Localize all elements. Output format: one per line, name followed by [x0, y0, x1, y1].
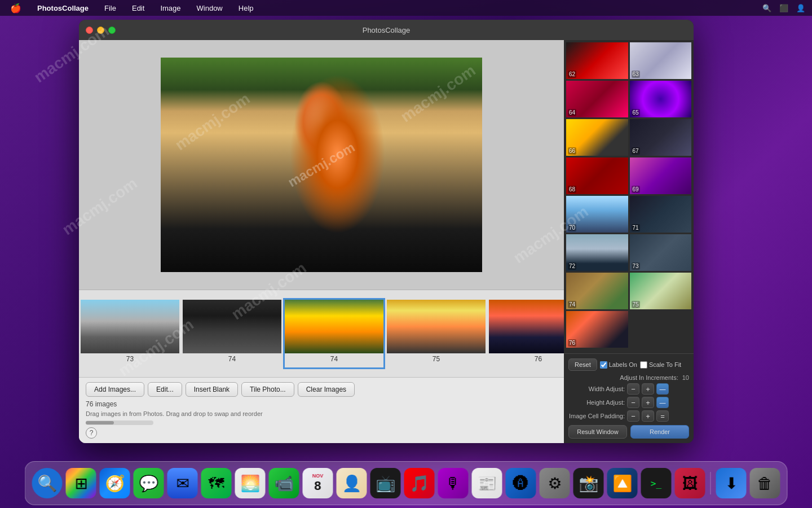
- dock-settings[interactable]: ⚙: [540, 468, 570, 498]
- right-sidebar: 62 63 64 65 66: [564, 40, 694, 443]
- image-count: 76 images: [86, 400, 557, 408]
- app-name[interactable]: PhotosCollage: [34, 3, 92, 14]
- menu-help[interactable]: Help: [235, 3, 257, 14]
- thumbnail-item[interactable]: 75: [387, 300, 486, 367]
- dock-photos2[interactable]: 🖼: [675, 468, 705, 498]
- width-reset-button[interactable]: —: [656, 383, 669, 395]
- dock-music[interactable]: 🎵: [404, 468, 435, 498]
- gallery-item-73[interactable]: 73: [630, 234, 692, 271]
- gallery-item-75[interactable]: 75: [630, 273, 692, 309]
- sidebar-gallery[interactable]: 62 63 64 65 66: [564, 40, 694, 353]
- dock-finder[interactable]: 🔍: [32, 468, 63, 498]
- canvas-area: [79, 40, 564, 290]
- scroll-bar[interactable]: [86, 421, 153, 425]
- scale-checkbox[interactable]: Scale To Fit: [640, 361, 681, 369]
- close-button[interactable]: [86, 27, 93, 34]
- dock-facetime[interactable]: 📹: [269, 468, 299, 498]
- gallery-item-63[interactable]: 63: [630, 42, 692, 79]
- dock-maps[interactable]: 🗺: [201, 468, 232, 498]
- dock-news[interactable]: 📰: [472, 468, 502, 498]
- result-window-button[interactable]: Result Window: [568, 425, 627, 439]
- width-decrease-button[interactable]: −: [627, 383, 639, 395]
- dock-appstore[interactable]: 🅐: [506, 468, 536, 498]
- dock-safari[interactable]: 🧭: [100, 468, 130, 498]
- thumb-label-76: 76: [489, 355, 564, 363]
- clear-images-button[interactable]: Clear Images: [298, 382, 355, 397]
- menu-edit[interactable]: Edit: [129, 3, 148, 14]
- thumbnail-strip[interactable]: 73 74 74 75 76: [79, 290, 564, 377]
- dock-contacts[interactable]: 👤: [337, 468, 367, 498]
- menu-bar: 🍎 PhotosCollage File Edit Image Window H…: [0, 0, 812, 16]
- edit-button[interactable]: Edit...: [148, 382, 182, 397]
- gallery-item-69[interactable]: 69: [630, 157, 692, 194]
- labels-on-checkbox[interactable]: Labels On: [600, 361, 637, 369]
- dock: 🔍 ⊞ 🧭 💬 ✉ 🗺 🌅 📹 NOV8 👤 📺 🎵 🎙 📰 🅐 ⚙ 📸 🔼 >…: [25, 461, 788, 505]
- minimize-button[interactable]: [97, 27, 104, 34]
- padding-reset-button[interactable]: =: [656, 410, 669, 422]
- gallery-item-62[interactable]: 62: [566, 42, 628, 79]
- thumbnail-item[interactable]: 73: [81, 300, 179, 367]
- dock-calendar[interactable]: NOV8: [303, 468, 333, 498]
- gallery-item-70[interactable]: 70: [566, 196, 628, 233]
- menu-image[interactable]: Image: [157, 3, 184, 14]
- gallery-label-75: 75: [632, 301, 640, 308]
- height-decrease-button[interactable]: −: [627, 397, 639, 408]
- gallery-label-73: 73: [632, 262, 640, 270]
- height-reset-button[interactable]: —: [656, 397, 669, 408]
- tile-photo-button[interactable]: Tile Photo...: [241, 382, 294, 397]
- maximize-button[interactable]: [108, 27, 116, 34]
- apple-menu[interactable]: 🍎: [7, 2, 25, 15]
- insert-blank-button[interactable]: Insert Blank: [186, 382, 238, 397]
- dock-screenshot[interactable]: 📸: [573, 468, 604, 498]
- app-window: PhotosCollage 73 74: [79, 20, 694, 443]
- search-icon[interactable]: 🔍: [762, 4, 771, 12]
- gallery-label-65: 65: [632, 109, 640, 116]
- dock-tv[interactable]: 📺: [370, 468, 401, 498]
- padding-decrease-button[interactable]: −: [627, 410, 639, 422]
- dock-trash[interactable]: 🗑: [750, 468, 780, 498]
- gallery-item-71[interactable]: 71: [630, 196, 692, 233]
- thumbnail-item[interactable]: 76: [489, 300, 564, 367]
- scroll-thumb[interactable]: [86, 421, 114, 424]
- gallery-item-64[interactable]: 64: [566, 81, 628, 117]
- render-button[interactable]: Render: [630, 425, 689, 439]
- gallery-label-70: 70: [568, 224, 576, 231]
- traffic-lights: [86, 27, 116, 34]
- gallery-item-65[interactable]: 65: [630, 81, 692, 117]
- user-icon[interactable]: 👤: [796, 4, 805, 12]
- scale-input[interactable]: [640, 361, 647, 369]
- dock-altstore[interactable]: 🔼: [607, 468, 638, 498]
- dock-terminal[interactable]: >_: [641, 468, 672, 498]
- padding-increase-button[interactable]: +: [642, 410, 654, 422]
- menu-bar-right: 🔍 ⬛ 👤: [762, 4, 805, 12]
- dock-photos[interactable]: 🌅: [235, 468, 266, 498]
- control-center-icon[interactable]: ⬛: [779, 4, 788, 12]
- add-images-button[interactable]: Add Images...: [86, 382, 144, 397]
- gallery-item-76[interactable]: 76: [566, 311, 628, 348]
- reset-button[interactable]: Reset: [568, 358, 597, 371]
- height-increase-button[interactable]: +: [642, 397, 654, 408]
- thumbnail-item-active[interactable]: 74: [285, 300, 383, 367]
- dock-messages[interactable]: 💬: [134, 468, 164, 498]
- labels-on-input[interactable]: [600, 361, 607, 369]
- gallery-item-67[interactable]: 67: [630, 119, 692, 156]
- menu-file[interactable]: File: [101, 3, 120, 14]
- padding-adjust-label: Image Cell Padding:: [568, 413, 625, 419]
- gallery-item-72[interactable]: 72: [566, 234, 628, 271]
- drag-hint: Drag images in from Photos. Drag and dro…: [86, 410, 557, 417]
- dock-mail[interactable]: ✉: [167, 468, 198, 498]
- gallery-item-68[interactable]: 68: [566, 157, 628, 194]
- gallery-item-74[interactable]: 74: [566, 273, 628, 309]
- thumb-label-74b: 74: [285, 355, 383, 363]
- gallery-label-67: 67: [632, 147, 640, 155]
- help-button[interactable]: ?: [86, 427, 97, 439]
- thumbnail-item[interactable]: 74: [183, 300, 281, 367]
- dock-airdrop[interactable]: ⬇: [716, 468, 747, 498]
- width-increase-button[interactable]: +: [642, 383, 654, 395]
- dock-podcasts[interactable]: 🎙: [438, 468, 469, 498]
- dock-launchpad[interactable]: ⊞: [66, 468, 96, 498]
- gallery-item-66[interactable]: 66: [566, 119, 628, 156]
- menu-window[interactable]: Window: [193, 3, 226, 14]
- title-bar: PhotosCollage: [79, 20, 694, 40]
- canvas-preview: [79, 40, 564, 290]
